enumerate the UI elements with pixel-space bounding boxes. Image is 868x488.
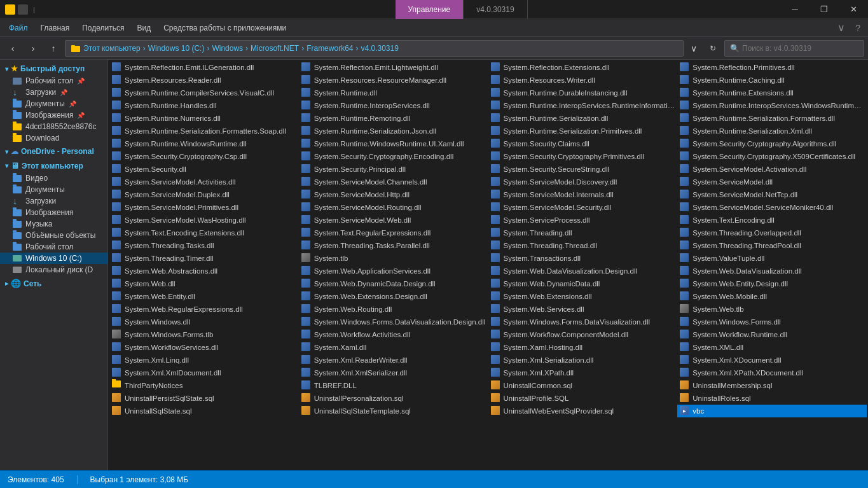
- list-item[interactable]: System.Runtime.Remoting.dll: [299, 112, 488, 125]
- list-item[interactable]: System.ServiceModel.dll: [677, 176, 867, 188]
- list-item[interactable]: System.Security.Principal.dll: [299, 163, 488, 176]
- list-item[interactable]: System.Runtime.Caching.dll: [677, 74, 867, 87]
- list-item[interactable]: System.Runtime.Extensions.dll: [677, 87, 867, 99]
- menu-share[interactable]: Поделиться: [76, 21, 130, 35]
- list-item[interactable]: System.Threading.ThreadPool.dll: [677, 239, 867, 252]
- address-path[interactable]: Этот компьютер › Windows 10 (C:) › Windo…: [65, 40, 684, 57]
- minimize-button[interactable]: ─: [780, 0, 809, 19]
- list-item[interactable]: System.Reflection.Extensions.dll: [488, 61, 678, 74]
- list-item[interactable]: System.Security.Cryptography.Algorithms.…: [677, 137, 867, 150]
- list-item[interactable]: System.ServiceModel.WasHosting.dll: [109, 214, 299, 227]
- list-item[interactable]: System.Web.ApplicationServices.dll: [299, 265, 488, 277]
- list-item[interactable]: System.Text.RegularExpressions.dll: [299, 227, 488, 239]
- list-item[interactable]: System.ServiceModel.Http.dll: [299, 188, 488, 201]
- sidebar-item-3d[interactable]: Объёмные объекты: [0, 230, 107, 241]
- list-item[interactable]: System.Web.Mobile.dll: [677, 290, 867, 303]
- list-item[interactable]: System.Transactions.dll: [488, 252, 678, 265]
- list-item[interactable]: System.Security.Cryptography.Primitives.…: [488, 150, 678, 163]
- list-item[interactable]: System.Runtime.dll: [299, 87, 488, 99]
- sidebar-item-4dcd[interactable]: 4dcd188552ce8876c: [0, 121, 107, 132]
- sidebar-item-images[interactable]: Изображения 📌: [0, 109, 107, 121]
- list-item[interactable]: System.Runtime.Serialization.Json.dll: [299, 125, 488, 137]
- sidebar-item-d-drive[interactable]: Локальный диск (D: [0, 264, 107, 275]
- list-item[interactable]: System.Web.RegularExpressions.dll: [109, 303, 299, 316]
- menu-file[interactable]: Файл: [3, 21, 34, 35]
- list-item[interactable]: System.Security.Cryptography.Encoding.dl…: [299, 150, 488, 163]
- expand-btn[interactable]: ∨: [832, 22, 850, 34]
- list-item[interactable]: System.Web.Routing.dll: [299, 303, 488, 316]
- list-item[interactable]: System.Threading.Overlapped.dll: [677, 227, 867, 239]
- list-item[interactable]: UninstallProfile.SQL: [488, 392, 678, 405]
- list-item[interactable]: System.ServiceModel.Duplex.dll: [109, 188, 299, 201]
- list-item[interactable]: System.Threading.Tasks.dll: [109, 239, 299, 252]
- list-item[interactable]: System.Runtime.DurableInstancing.dll: [488, 87, 678, 99]
- list-item[interactable]: System.Xml.XDocument.dll: [677, 354, 867, 366]
- list-item[interactable]: System.Workflow.ComponentModel.dll: [488, 328, 678, 341]
- list-item[interactable]: System.XML.dll: [677, 341, 867, 354]
- list-item[interactable]: System.ServiceModel.Activation.dll: [677, 163, 867, 176]
- list-item[interactable]: System.Windows.dll: [109, 316, 299, 328]
- list-item[interactable]: System.Threading.dll: [488, 227, 678, 239]
- list-item[interactable]: System.Threading.Tasks.Parallel.dll: [299, 239, 488, 252]
- list-item[interactable]: UninstallCommon.sql: [488, 379, 678, 392]
- list-item[interactable]: System.Web.Extensions.dll: [488, 290, 678, 303]
- list-item[interactable]: System.ServiceModel.Activities.dll: [109, 176, 299, 188]
- list-item[interactable]: System.Windows.Forms.dll: [677, 316, 867, 328]
- list-item[interactable]: UninstallWebEventSqlProvider.sql: [488, 405, 678, 417]
- list-item[interactable]: System.ServiceModel.Channels.dll: [299, 176, 488, 188]
- menu-view[interactable]: Вид: [130, 21, 157, 35]
- list-item[interactable]: System.Windows.Forms.DataVisualization.D…: [299, 316, 488, 328]
- list-item[interactable]: System.ServiceModel.Internals.dll: [488, 188, 678, 201]
- list-item[interactable]: System.Windows.Forms.tlb: [109, 328, 299, 341]
- list-item[interactable]: System.ServiceModel.Primitives.dll: [109, 201, 299, 214]
- list-item[interactable]: System.Web.Entity.Design.dll: [677, 277, 867, 290]
- list-item[interactable]: UninstallPersistSqlState.sql: [109, 392, 299, 405]
- list-item[interactable]: System.Runtime.WindowsRuntime.UI.Xaml.dl…: [299, 137, 488, 150]
- list-item[interactable]: ▶vbc: [677, 405, 867, 417]
- list-item[interactable]: System.Threading.Thread.dll: [488, 239, 678, 252]
- list-item[interactable]: System.Runtime.Numerics.dll: [109, 112, 299, 125]
- list-item[interactable]: UninstallMembership.sql: [677, 379, 867, 392]
- path-framework[interactable]: Framework64: [307, 44, 353, 53]
- list-item[interactable]: System.Runtime.WindowsRuntime.dll: [109, 137, 299, 150]
- list-item[interactable]: UninstallSqlStateTemplate.sql: [299, 405, 488, 417]
- refresh-button[interactable]: ↻: [704, 40, 722, 57]
- list-item[interactable]: System.Runtime.Serialization.Primitives.…: [488, 125, 678, 137]
- sidebar-item-img2[interactable]: Изображения: [0, 207, 107, 218]
- sidebar-header-network[interactable]: ▸ 🌐 Сеть: [0, 277, 107, 290]
- list-item[interactable]: System.Web.Services.dll: [488, 303, 678, 316]
- path-dotnet[interactable]: Microsoft.NET: [251, 44, 299, 53]
- list-item[interactable]: System.Web.DynamicData.dll: [488, 277, 678, 290]
- list-item[interactable]: System.Runtime.InteropServices.RuntimeIn…: [488, 99, 678, 112]
- list-item[interactable]: System.Xml.XmlDocument.dll: [109, 366, 299, 379]
- list-item[interactable]: System.Threading.Timer.dll: [109, 252, 299, 265]
- list-item[interactable]: UninstallPersonalization.sql: [299, 392, 488, 405]
- list-item[interactable]: System.Xaml.dll: [299, 341, 488, 354]
- sidebar-item-download-folder[interactable]: Download: [0, 132, 107, 144]
- sidebar-item-documents[interactable]: Документы 📌: [0, 98, 107, 109]
- path-expand-button[interactable]: ∨: [686, 40, 701, 57]
- list-item[interactable]: System.Xml.ReaderWriter.dll: [299, 354, 488, 366]
- list-item[interactable]: System.Xml.Linq.dll: [109, 354, 299, 366]
- list-item[interactable]: System.Text.Encoding.Extensions.dll: [109, 227, 299, 239]
- sidebar-header-quickaccess[interactable]: ▾ ★ Быстрый доступ: [0, 62, 107, 75]
- sidebar-item-video[interactable]: Видео: [0, 172, 107, 184]
- list-item[interactable]: System.Web.Extensions.Design.dll: [299, 290, 488, 303]
- search-box[interactable]: 🔍: [724, 40, 864, 57]
- list-item[interactable]: System.Reflection.Primitives.dll: [677, 61, 867, 74]
- list-item[interactable]: System.Runtime.Serialization.dll: [488, 112, 678, 125]
- list-item[interactable]: System.Reflection.Emit.ILGeneration.dll: [109, 61, 299, 74]
- list-item[interactable]: System.Xaml.Hosting.dll: [488, 341, 678, 354]
- sidebar-item-c-drive[interactable]: Windows 10 (C:): [0, 253, 107, 264]
- close-button[interactable]: ✕: [839, 0, 868, 19]
- list-item[interactable]: System.Xml.XPath.dll: [488, 366, 678, 379]
- list-item[interactable]: TLBREF.DLL: [299, 379, 488, 392]
- path-c[interactable]: Windows 10 (C:): [148, 44, 205, 53]
- list-item[interactable]: System.Web.Entity.dll: [109, 290, 299, 303]
- list-item[interactable]: System.WorkflowServices.dll: [109, 341, 299, 354]
- list-item[interactable]: System.Xml.Serialization.dll: [488, 354, 678, 366]
- help-btn[interactable]: ?: [850, 23, 865, 33]
- back-button[interactable]: ‹: [4, 40, 22, 57]
- list-item[interactable]: System.Security.Cryptography.Csp.dll: [109, 150, 299, 163]
- list-item[interactable]: System.Runtime.InteropServices.WindowsRu…: [677, 99, 867, 112]
